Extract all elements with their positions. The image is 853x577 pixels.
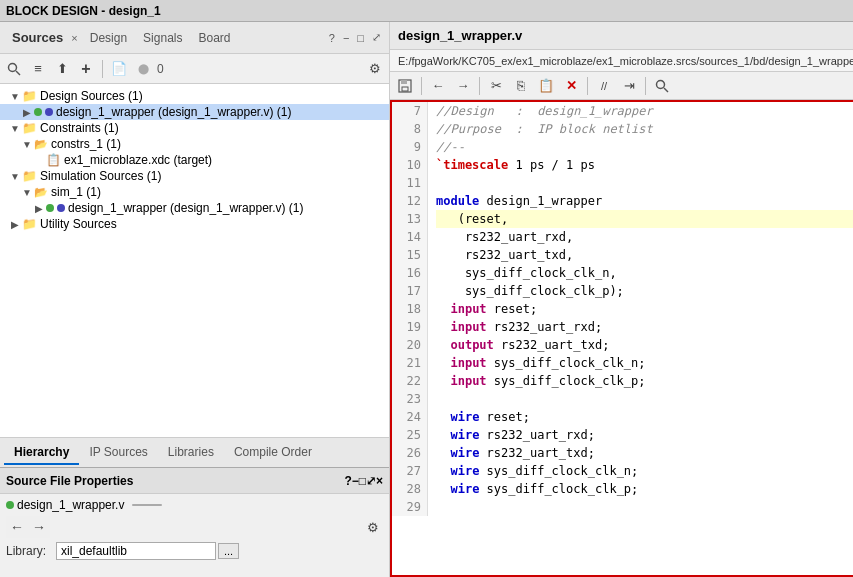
circle-icon[interactable]: ⬤ (133, 59, 153, 79)
board-tab[interactable]: Board (190, 31, 238, 45)
code-editor[interactable]: 7 8 9 10 11 12 13 14 15 16 17 18 19 20 2… (390, 100, 853, 577)
props-nav-row: ← → ⚙ (6, 516, 383, 538)
code-line-19: input rs232_uart_rxd; (436, 318, 853, 336)
expand-arrow-design[interactable]: ▼ (8, 91, 22, 102)
svg-line-1 (16, 71, 20, 75)
props-maximize-icon[interactable]: ⤢ (366, 474, 376, 488)
code-line-28: wire sys_diff_clock_clk_p; (436, 480, 853, 498)
sources-tab-label[interactable]: Sources (4, 30, 71, 45)
restore-icon[interactable]: □ (353, 30, 368, 46)
save-btn[interactable] (394, 75, 416, 97)
dots-btn[interactable]: ... (218, 543, 239, 559)
source-props: Source File Properties ? − □ ⤢ × design_… (0, 467, 389, 577)
expand-arrow-sim1[interactable]: ▼ (20, 187, 34, 198)
code-line-11 (436, 174, 853, 192)
code-line-7: //Design : design_1_wrapper (436, 102, 853, 120)
constrs1-label: constrs_1 (1) (51, 137, 121, 151)
tree-sim1[interactable]: ▼ 📂 sim_1 (1) (0, 184, 389, 200)
expand-arrow-sim[interactable]: ▼ (8, 171, 22, 182)
dot-green-props (6, 501, 14, 509)
code-content: 7 8 9 10 11 12 13 14 15 16 17 18 19 20 2… (392, 102, 853, 516)
expand-arrow-wrapper[interactable]: ▶ (20, 107, 34, 118)
code-line-8: //Purpose : IP block netlist (436, 120, 853, 138)
svg-line-6 (664, 88, 668, 92)
dot-green-sim (46, 204, 54, 212)
editor-path: E:/fpgaWork/KC705_ex/ex1_microblaze/ex1_… (390, 50, 853, 72)
delete-btn[interactable]: ✕ (560, 75, 582, 97)
expand-arrow-utility[interactable]: ▶ (8, 219, 22, 230)
folder-icon-utility: 📁 (22, 217, 37, 231)
circle-count: 0 (157, 62, 164, 76)
props-close-icon[interactable]: × (376, 474, 383, 488)
expand-arrow-constrs1[interactable]: ▼ (20, 139, 34, 150)
props-input-row: Library: ... (6, 542, 383, 560)
simulation-sources-label: Simulation Sources (1) (40, 169, 161, 183)
tree-sim-wrapper[interactable]: ▶ design_1_wrapper (design_1_wrapper.v) … (0, 200, 389, 216)
maximize-icon[interactable]: ⤢ (368, 29, 385, 46)
sources-tab-close[interactable]: × (71, 32, 77, 44)
ed-sep-1 (421, 77, 422, 95)
signals-tab[interactable]: Signals (135, 31, 190, 45)
editor-title: design_1_wrapper.v (398, 28, 522, 43)
list-icon[interactable]: ≡ (28, 59, 48, 79)
help-icon[interactable]: ? (325, 30, 339, 46)
search-icon[interactable] (4, 59, 24, 79)
editor-title-bar: design_1_wrapper.v (390, 22, 853, 50)
tree-design-sources[interactable]: ▼ 📁 Design Sources (1) (0, 88, 389, 104)
library-input[interactable] (56, 542, 216, 560)
back-btn[interactable]: ← (427, 75, 449, 97)
up-icon[interactable]: ⬆ (52, 59, 72, 79)
design1-wrapper-label: design_1_wrapper (design_1_wrapper.v) (1… (56, 105, 291, 119)
props-help-icon[interactable]: ? (344, 474, 351, 488)
code-line-12: module design_1_wrapper (436, 192, 853, 210)
tree-constraints[interactable]: ▼ 📁 Constraints (1) (0, 120, 389, 136)
tab-compile-order[interactable]: Compile Order (224, 441, 322, 465)
file-icon[interactable]: 📄 (109, 59, 129, 79)
code-line-9: //-- (436, 138, 853, 156)
tree-simulation-sources[interactable]: ▼ 📁 Simulation Sources (1) (0, 168, 389, 184)
find-btn[interactable] (651, 75, 673, 97)
minimize-icon[interactable]: − (339, 30, 353, 46)
right-panel: design_1_wrapper.v E:/fpgaWork/KC705_ex/… (390, 22, 853, 577)
left-panel: Sources × Design Signals Board ? − □ ⤢ ≡… (0, 22, 390, 577)
constraint-icon: 📋 (46, 153, 61, 167)
comment-btn[interactable]: // (593, 75, 615, 97)
props-minimize-icon[interactable]: − (352, 474, 359, 488)
indent-btn[interactable]: ⇥ (618, 75, 640, 97)
ed-sep-4 (645, 77, 646, 95)
constraints-label: Constraints (1) (40, 121, 119, 135)
tree-design1-wrapper[interactable]: ▶ design_1_wrapper (design_1_wrapper.v) … (0, 104, 389, 120)
tree-xdc-file[interactable]: ▶ 📋 ex1_microblaze.xdc (target) (0, 152, 389, 168)
tab-libraries[interactable]: Libraries (158, 441, 224, 465)
props-restore-icon[interactable]: □ (359, 474, 366, 488)
tree-utility-sources[interactable]: ▶ 📁 Utility Sources (0, 216, 389, 232)
tree-constrs1[interactable]: ▼ 📂 constrs_1 (1) (0, 136, 389, 152)
dot-green-wrapper (34, 108, 42, 116)
dot-blue-wrapper (45, 108, 53, 116)
utility-sources-label: Utility Sources (40, 217, 117, 231)
expand-arrow-constraints[interactable]: ▼ (8, 123, 22, 134)
expand-arrow-sim-wrapper[interactable]: ▶ (32, 203, 46, 214)
props-back-btn[interactable]: ← (6, 516, 28, 538)
copy-btn[interactable]: ⎘ (510, 75, 532, 97)
tab-ip-sources[interactable]: IP Sources (79, 441, 157, 465)
line-numbers: 7 8 9 10 11 12 13 14 15 16 17 18 19 20 2… (392, 102, 428, 516)
tab-hierarchy[interactable]: Hierarchy (4, 441, 79, 465)
code-line-16: sys_diff_clock_clk_n, (436, 264, 853, 282)
sim1-label: sim_1 (1) (51, 185, 101, 199)
code-line-18: input reset; (436, 300, 853, 318)
design-tab[interactable]: Design (82, 31, 135, 45)
code-line-17: sys_diff_clock_clk_p); (436, 282, 853, 300)
cut-btn[interactable]: ✂ (485, 75, 507, 97)
props-settings-icon[interactable]: ⚙ (363, 517, 383, 537)
toolbar-row: ≡ ⬆ + 📄 ⬤ 0 ⚙ (0, 54, 389, 84)
add-icon[interactable]: + (76, 59, 96, 79)
forward-btn[interactable]: → (452, 75, 474, 97)
editor-path-text: E:/fpgaWork/KC705_ex/ex1_microblaze/ex1_… (398, 55, 853, 67)
folder-icon-constrs1: 📂 (34, 138, 48, 151)
props-file-name: design_1_wrapper.v (17, 498, 124, 512)
props-forward-btn[interactable]: → (28, 516, 50, 538)
settings-icon[interactable]: ⚙ (365, 59, 385, 79)
code-text[interactable]: //Design : design_1_wrapper //Purpose : … (428, 102, 853, 516)
paste-btn[interactable]: 📋 (535, 75, 557, 97)
